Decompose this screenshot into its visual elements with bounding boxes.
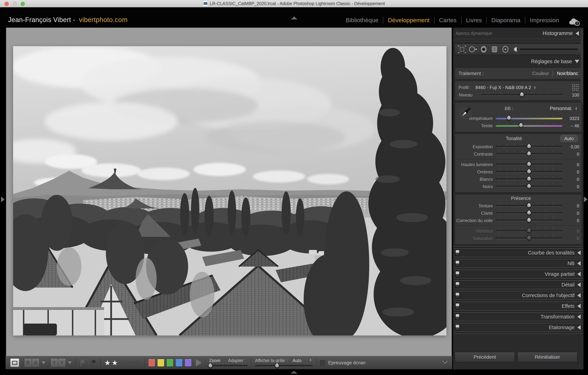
slider-value[interactable]: 0 bbox=[562, 229, 579, 234]
slider-track[interactable] bbox=[496, 117, 562, 120]
cloud-alert-icon[interactable] bbox=[569, 18, 580, 27]
star-icon[interactable]: ★ bbox=[112, 359, 119, 367]
slider-track[interactable] bbox=[496, 124, 562, 127]
panel-collapse-icon[interactable] bbox=[577, 261, 581, 266]
histogram-panel-title[interactable]: Histogramme bbox=[543, 30, 573, 36]
module-tab[interactable]: Impression bbox=[525, 17, 564, 24]
slider-value[interactable]: 0 bbox=[562, 218, 579, 223]
slider-track[interactable] bbox=[496, 163, 562, 166]
loupe-view-button[interactable] bbox=[10, 358, 19, 367]
slider-value[interactable]: 0 bbox=[562, 236, 579, 241]
reset-button[interactable]: Réinitialiser bbox=[517, 352, 578, 362]
zoom-slider[interactable] bbox=[209, 365, 248, 367]
panel-scrollbar[interactable] bbox=[581, 29, 583, 105]
module-tab[interactable]: Bibliothèque bbox=[341, 17, 383, 24]
slider-value[interactable]: 0,00 bbox=[562, 144, 579, 149]
traffic-light[interactable] bbox=[5, 2, 9, 6]
slider-value[interactable]: 0 bbox=[562, 162, 579, 167]
previous-button[interactable]: Précédent bbox=[455, 352, 515, 362]
before-after-dropdown-icon[interactable] bbox=[68, 362, 72, 364]
slider-value[interactable]: 0 bbox=[562, 170, 579, 174]
slideshow-play-icon[interactable] bbox=[196, 359, 202, 367]
heal-icon[interactable] bbox=[468, 45, 477, 54]
profile-stepper-icon[interactable]: ▲▼ bbox=[534, 86, 536, 89]
grid-mode-stepper-icon[interactable]: ▲▼ bbox=[309, 358, 312, 363]
slider-track[interactable] bbox=[496, 153, 562, 155]
module-tab[interactable]: Cartes bbox=[434, 17, 461, 24]
panel-enable-toggle[interactable] bbox=[455, 303, 460, 309]
filmstrip-reveal-arrow[interactable] bbox=[291, 371, 297, 374]
panel-enable-toggle[interactable] bbox=[455, 250, 460, 256]
panel-enable-toggle[interactable] bbox=[455, 271, 460, 277]
panel-header[interactable]: Etalonnage bbox=[453, 323, 583, 332]
slider-value[interactable]: 0 bbox=[562, 152, 579, 157]
soft-proof-checkbox[interactable] bbox=[320, 360, 325, 365]
auto-tone-button[interactable]: Auto bbox=[560, 135, 578, 142]
panel-collapse-icon[interactable] bbox=[577, 251, 581, 255]
slider-track[interactable] bbox=[496, 171, 562, 173]
panel-collapse-icon[interactable] bbox=[577, 314, 581, 319]
amount-slider[interactable] bbox=[481, 94, 562, 96]
slider-value[interactable]: 0 bbox=[562, 184, 579, 189]
star-icon[interactable]: ★ bbox=[134, 359, 141, 367]
panel-enable-toggle[interactable] bbox=[455, 314, 460, 320]
white-balance-dropper-icon[interactable] bbox=[458, 105, 473, 120]
panel-collapse-icon[interactable] bbox=[577, 325, 581, 330]
panel-header[interactable]: Corrections de l'objectif bbox=[453, 291, 583, 300]
panel-header[interactable]: Détail bbox=[453, 281, 583, 289]
slider-track[interactable] bbox=[496, 219, 562, 222]
star-icon[interactable]: ★ bbox=[119, 359, 126, 367]
basic-panel-header[interactable]: Réglages de base bbox=[453, 55, 583, 66]
panel-collapse-icon[interactable] bbox=[577, 283, 581, 287]
slider-value[interactable]: – 46 bbox=[562, 123, 579, 128]
left-panel-reveal-arrow[interactable] bbox=[1, 197, 5, 202]
color-label-chip[interactable] bbox=[148, 359, 155, 367]
treatment-bw-option[interactable]: Noir/blanc bbox=[557, 71, 578, 76]
traffic-light[interactable] bbox=[21, 2, 25, 6]
slider-track[interactable] bbox=[496, 204, 562, 207]
flag-pick-icon[interactable] bbox=[79, 359, 87, 367]
crop-icon[interactable] bbox=[457, 45, 467, 54]
redeye-icon[interactable] bbox=[479, 45, 488, 54]
toolbar-options-arrow[interactable] bbox=[442, 361, 448, 364]
panel-enable-toggle[interactable] bbox=[455, 282, 460, 288]
traffic-light[interactable] bbox=[13, 2, 17, 6]
profile-browser-icon[interactable] bbox=[572, 84, 578, 91]
star-icon[interactable]: ★ bbox=[126, 359, 134, 367]
reference-view-dropdown-icon[interactable] bbox=[42, 362, 45, 364]
slider-track[interactable] bbox=[496, 185, 562, 188]
panel-collapse-icon[interactable] bbox=[577, 293, 581, 298]
star-rating[interactable]: ★★★★★ bbox=[104, 359, 141, 367]
module-tab[interactable]: Livres bbox=[461, 17, 486, 24]
graduated-filter-icon[interactable] bbox=[490, 45, 499, 54]
slider-value[interactable]: 3323 bbox=[562, 116, 579, 121]
wb-select[interactable]: Personnal. bbox=[550, 106, 572, 111]
basic-panel-expanded-icon[interactable] bbox=[575, 60, 579, 63]
slider-track[interactable] bbox=[496, 145, 562, 148]
slider-value[interactable]: 0 bbox=[562, 177, 579, 182]
slider-value[interactable]: 0 bbox=[562, 203, 579, 209]
color-label-chip[interactable] bbox=[157, 359, 164, 367]
brush-icon[interactable] bbox=[512, 45, 521, 54]
panel-header[interactable]: Courbe des tonalités bbox=[453, 249, 583, 257]
reference-view-button[interactable]: RA bbox=[24, 358, 40, 367]
right-panel-collapse-arrow[interactable] bbox=[584, 197, 588, 202]
panel-enable-toggle[interactable] bbox=[455, 293, 460, 298]
panel-enable-toggle[interactable] bbox=[455, 260, 460, 266]
before-after-view-button[interactable]: YY bbox=[50, 358, 66, 367]
panel-enable-toggle[interactable] bbox=[455, 324, 460, 330]
photo[interactable] bbox=[13, 46, 446, 335]
profile-select[interactable]: 8460 - Fuji X - N&B 009 A 2 bbox=[475, 85, 531, 90]
panel-header[interactable]: Virage partiel bbox=[453, 270, 583, 278]
wb-stepper-icon[interactable]: ▲▼ bbox=[575, 107, 578, 110]
grid-slider[interactable] bbox=[255, 365, 313, 367]
slider-track[interactable] bbox=[496, 178, 562, 181]
panel-header[interactable]: NB bbox=[453, 259, 583, 268]
treatment-color-option[interactable]: Couleur bbox=[532, 71, 549, 76]
slider-track[interactable] bbox=[496, 230, 562, 233]
histogram-collapse-icon[interactable] bbox=[576, 31, 579, 36]
fit-label[interactable]: Adapter bbox=[228, 358, 243, 363]
module-tab[interactable]: Diaporama bbox=[486, 17, 525, 24]
color-label-chip[interactable] bbox=[167, 359, 173, 367]
panel-header[interactable]: Effets bbox=[453, 302, 583, 310]
